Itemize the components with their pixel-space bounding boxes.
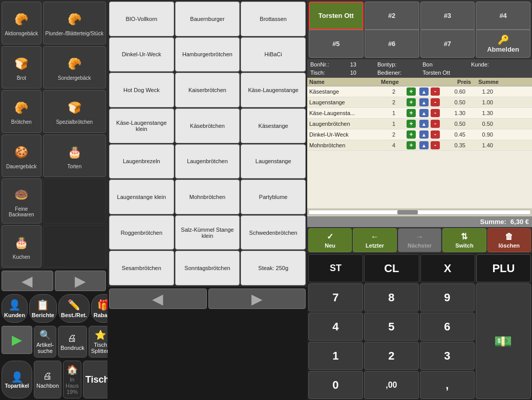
numpad-4[interactable]: 4 (308, 313, 363, 341)
numpad-0[interactable]: 0 (308, 371, 363, 399)
product-item-brot[interactable]: 🍞 Brot (2, 46, 41, 89)
switch-button[interactable]: ⇅ Switch (442, 228, 486, 252)
menu-item-kaiserbroetchen[interactable]: Kaiserbrötchen (175, 73, 240, 107)
numpad-1[interactable]: 1 (308, 342, 363, 370)
tab-6[interactable]: #6 (365, 30, 419, 58)
numpad-9[interactable]: 9 (420, 283, 475, 312)
qty-minus-4[interactable]: - (431, 120, 440, 128)
menu-item-sesambroetchen[interactable]: Sesambrötchen (109, 251, 174, 285)
topartikel-button[interactable]: 👤 Topartikel (2, 361, 32, 398)
menu-item-bauernburger[interactable]: Bauernburger (175, 2, 240, 36)
product-item-kuchen[interactable]: 🎂 Kuchen (2, 225, 41, 268)
tab-2[interactable]: #2 (365, 2, 419, 30)
qty-up-2[interactable]: ▲ (419, 98, 429, 106)
qty-up-4[interactable]: ▲ (419, 120, 429, 128)
middle-nav-next[interactable]: ▶ (208, 288, 306, 309)
menu-item-mohnbroetchen[interactable]: Mohnbrötchen (175, 180, 240, 214)
product-item-aktionsgebaeck[interactable]: 🥐 Aktionsgebäck (2, 2, 41, 45)
qty-plus-6[interactable]: + (407, 141, 416, 149)
berichte-button[interactable]: 📋 Berichte (29, 294, 57, 323)
menu-item-bio-vollkorn[interactable]: BIO-Vollkorn (109, 2, 174, 36)
product-item-dauergebaeck[interactable]: 🍪 Dauergebäck (2, 135, 41, 177)
left-nav-prev[interactable]: ◀ (2, 271, 53, 291)
menu-item-kaesestange[interactable]: Käsestange (241, 108, 306, 143)
numpad-7[interactable]: 7 (308, 283, 363, 312)
menu-item-laugenbroetchen[interactable]: Laugenbrötchen (175, 144, 240, 179)
qty-minus-6[interactable]: - (431, 141, 440, 149)
scrollbar-thumb[interactable] (397, 210, 418, 214)
nachbon-button[interactable]: 🖨 Nachbon (34, 361, 61, 398)
scrollbar-track[interactable] (308, 210, 531, 215)
menu-item-partyblume[interactable]: Partyblume (241, 180, 306, 214)
numpad-st[interactable]: ST (308, 254, 363, 282)
menu-item-kaesebroetchen[interactable]: Käsebrötchen (175, 108, 240, 143)
menu-item-hibaci[interactable]: HiBaCi (241, 37, 306, 72)
artikelsuche-button[interactable]: 🔍 Artikel-suche (34, 326, 56, 358)
topartikel-label: Topartikel (5, 383, 29, 389)
qty-minus-3[interactable]: - (431, 109, 440, 117)
bestret-button[interactable]: ✏️ Best./Ret. (58, 294, 90, 323)
numpad-cl[interactable]: CL (364, 254, 419, 282)
qty-up-6[interactable]: ▲ (419, 141, 429, 149)
menu-item-laugenstange[interactable]: Laugenstange (241, 144, 306, 179)
menu-item-laugenbrezeln[interactable]: Laugenbrezeln (109, 144, 174, 179)
numpad-x[interactable]: X (420, 254, 475, 282)
tab-7[interactable]: #7 (420, 30, 475, 58)
menu-item-steak[interactable]: Steak: 250g (241, 251, 306, 285)
numpad-3[interactable]: 3 (420, 342, 475, 370)
qty-minus-1[interactable]: - (431, 87, 440, 96)
qty-plus-3[interactable]: + (407, 109, 416, 117)
inhaus-button[interactable]: 🏠 In Haus 19% (63, 361, 81, 398)
numpad-comma[interactable]: , (420, 371, 475, 399)
menu-item-schwedenbroetchen[interactable]: Schwedenbrötchen (241, 215, 306, 250)
tab-5[interactable]: #5 (309, 30, 364, 58)
numpad-plu[interactable]: PLU (476, 254, 531, 282)
product-item-pluender[interactable]: 🥐 Plunder-/Blätterteig/Stück (43, 2, 106, 45)
product-item-broetchen[interactable]: 🥐 Brötchen (2, 90, 41, 133)
qty-minus-5[interactable]: - (431, 130, 440, 139)
forward-arrow-btn[interactable]: ▶ (2, 326, 32, 354)
numpad-8[interactable]: 8 (364, 283, 419, 312)
loeschen-button[interactable]: 🗑 löschen (487, 228, 531, 252)
qty-up-5[interactable]: ▲ (419, 130, 429, 139)
qty-plus-1[interactable]: + (407, 87, 416, 96)
menu-item-sonntagsbroetchen[interactable]: Sonntagsbrötchen (175, 251, 240, 285)
product-item-feine-backwaren[interactable]: 🍩 Feine Backwaren (2, 179, 41, 224)
numpad-00[interactable]: ,00 (364, 371, 419, 399)
menu-item-kaese-laugenstange-klein[interactable]: Käse-Laugenstange klein (109, 108, 174, 143)
product-item-spezialbroetchen[interactable]: 🍞 Spezialbrötchen (43, 90, 106, 133)
numpad-cash[interactable]: 💵 (476, 283, 531, 399)
middle-nav-prev[interactable]: ◀ (109, 288, 207, 309)
tab-3[interactable]: #3 (420, 2, 475, 30)
menu-item-roggenbroetchen[interactable]: Roggenbrötchen (109, 215, 174, 250)
product-item-sondergebaeck[interactable]: 🥐 Sondergebäck (43, 46, 106, 89)
menu-item-hamburgerbroetchen[interactable]: Hamburgerbrötchen (175, 37, 240, 72)
qty-up-1[interactable]: ▲ (419, 87, 429, 96)
qty-plus-5[interactable]: + (407, 130, 416, 139)
qty-plus-2[interactable]: + (407, 98, 416, 106)
menu-item-dinkel-ur-weck[interactable]: Dinkel-Ur-Weck (109, 37, 174, 72)
qty-up-3[interactable]: ▲ (419, 109, 429, 117)
menu-item-hot-dog-weck[interactable]: Hot Dog Weck (109, 73, 174, 107)
neu-button[interactable]: ✓ Neu (308, 228, 352, 252)
tab-4[interactable]: #4 (476, 2, 530, 30)
naechster-button[interactable]: → Nächster (398, 228, 441, 252)
menu-item-brottassen[interactable]: Brottassen (241, 2, 306, 36)
qty-plus-4[interactable]: + (407, 120, 416, 128)
numpad-6[interactable]: 6 (420, 313, 475, 341)
total-label: Summe: (480, 218, 506, 226)
tab-torsten-ott[interactable]: Torsten Ott (309, 2, 364, 30)
menu-item-kaese-laugenstange[interactable]: Käse-Laugenstange (241, 73, 306, 107)
scrollbar-area[interactable] (307, 208, 532, 216)
qty-minus-2[interactable]: - (431, 98, 440, 106)
product-item-torten[interactable]: 🎂 Torten (43, 135, 106, 177)
numpad-2[interactable]: 2 (364, 342, 419, 370)
bondruck-button[interactable]: 🖨 Bondruck (58, 326, 87, 358)
left-nav-next[interactable]: ▶ (55, 271, 107, 291)
numpad-5[interactable]: 5 (364, 313, 419, 341)
letzter-button[interactable]: ← Letzter (353, 228, 396, 252)
kunden-button[interactable]: 👤 Kunden (2, 294, 28, 323)
menu-item-laugenstange-klein[interactable]: Laugenstange klein (109, 180, 174, 214)
tab-abmelden[interactable]: 🔑 Abmelden (476, 30, 530, 58)
menu-item-salz-kuemmel[interactable]: Salz-Kümmel Stange klein (175, 215, 240, 250)
